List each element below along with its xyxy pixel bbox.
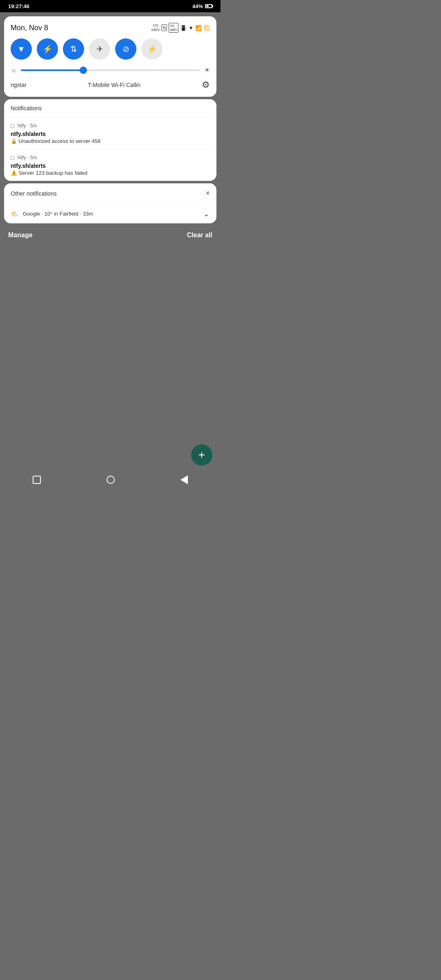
carrier-row: ngstar T-Mobile Wi-Fi Callin ⚙ <box>11 80 210 90</box>
notif-app-row-2: □ Ntfy · 5m <box>11 154 210 161</box>
nav-bar <box>0 470 220 490</box>
fab-icon: + <box>198 448 205 461</box>
home-icon <box>107 476 115 484</box>
toggle-bluetooth[interactable]: ⚡ <box>37 38 58 60</box>
network-speed: 131KB/S <box>151 23 160 32</box>
brightness-row: ☼ ☀ <box>11 66 210 74</box>
qs-toggles: ▼ ⚡ ⇅ ✈ ⊘ ⚡ <box>11 38 210 60</box>
ntfy-app-name-2: Ntfy · 5m <box>17 155 37 160</box>
toggle-data[interactable]: ⇅ <box>63 38 84 60</box>
notif-body-2: ⚠️ Server 123 backup has failed <box>11 170 210 176</box>
notif-app-row-1: □ Ntfy · 5m <box>11 122 210 129</box>
expand-notification-button[interactable]: ⌄ <box>203 209 210 218</box>
nav-home-button[interactable] <box>107 476 115 484</box>
time: 19:27:46 <box>8 3 29 9</box>
notifications-panel: Notifications □ Ntfy · 5m ntfy.sh/alerts… <box>4 99 216 181</box>
bluetooth-toggle-icon: ⚡ <box>42 44 53 54</box>
other-notif-item-text: Google · 10° in Fairfield · 33m <box>23 211 93 217</box>
nfc-icon: N <box>161 24 167 31</box>
toggle-airplane[interactable]: ✈ <box>89 38 110 60</box>
fab-button[interactable]: + <box>191 444 212 466</box>
flashlight-toggle-icon: ⚡ <box>147 44 157 54</box>
brightness-high-icon: ☀ <box>204 66 210 74</box>
clear-all-button[interactable]: Clear all <box>187 232 212 239</box>
signal-icon: 📶 <box>195 25 202 31</box>
other-notif-item-1[interactable]: ⛅ Google · 10° in Fairfield · 33m ⌄ <box>4 204 216 223</box>
toggle-wifi[interactable]: ▼ <box>11 38 32 60</box>
ntfy-app-icon-1: □ <box>11 122 14 129</box>
airplane-toggle-icon: ✈ <box>96 44 103 54</box>
brightness-thumb <box>80 67 87 74</box>
vowifi-icon: VoWiFi <box>169 23 178 33</box>
other-notifications-panel: Other notifications × ⛅ Google · 10° in … <box>4 183 216 223</box>
signal2-icon: 📶 <box>203 25 210 31</box>
notif-panel-header: Notifications <box>4 99 216 118</box>
data-toggle-icon: ⇅ <box>70 44 77 54</box>
carrier-left: ngstar <box>11 82 27 88</box>
nav-recents-button[interactable] <box>33 476 41 484</box>
status-right: 44% <box>192 3 212 9</box>
notification-item-1[interactable]: □ Ntfy · 5m ntfy.sh/alerts 🔒 Unauthorize… <box>4 118 216 149</box>
notification-item-2[interactable]: □ Ntfy · 5m ntfy.sh/alerts ⚠️ Server 123… <box>4 149 216 181</box>
qs-status-icons: 131KB/S N VoWiFi 📳 ▼ 📶 📶 <box>151 23 210 33</box>
ntfy-app-icon-2: □ <box>11 154 14 161</box>
wifi-toggle-icon: ▼ <box>17 45 25 54</box>
notif-title-2: ntfy.sh/alerts <box>11 163 210 169</box>
vibrate-icon: 📳 <box>180 25 187 31</box>
ntfy-app-name-1: Ntfy · 5m <box>17 123 37 129</box>
other-notif-title: Other notifications <box>11 190 57 197</box>
other-notif-item-left: ⛅ Google · 10° in Fairfield · 33m <box>11 210 93 218</box>
qs-date: Mon, Nov 8 <box>11 24 48 32</box>
qs-header: Mon, Nov 8 131KB/S N VoWiFi 📳 ▼ 📶 📶 <box>11 23 210 33</box>
other-notif-header: Other notifications × <box>4 183 216 204</box>
toggle-flashlight[interactable]: ⚡ <box>141 38 163 60</box>
back-icon <box>180 475 188 484</box>
manage-button[interactable]: Manage <box>8 232 33 239</box>
status-bar: 19:27:46 44% <box>0 0 220 12</box>
carrier-center: T-Mobile Wi-Fi Callin <box>88 82 140 88</box>
notif-title-1: ntfy.sh/alerts <box>11 131 210 137</box>
notif-body-1: 🔒 Unauthorized access to server 456 <box>11 138 210 144</box>
recents-icon <box>33 476 41 484</box>
bottom-actions: Manage Clear all <box>0 227 220 243</box>
toggle-rotation[interactable]: ⊘ <box>115 38 136 60</box>
wifi-icon: ▼ <box>188 25 194 31</box>
brightness-fill <box>21 69 84 71</box>
brightness-low-icon: ☼ <box>11 67 17 74</box>
settings-gear-icon[interactable]: ⚙ <box>202 80 210 90</box>
quick-settings-panel: Mon, Nov 8 131KB/S N VoWiFi 📳 ▼ 📶 📶 ▼ ⚡ … <box>4 16 216 97</box>
brightness-slider[interactable] <box>21 69 200 71</box>
battery-icon <box>205 4 212 8</box>
nav-back-button[interactable] <box>180 475 188 484</box>
rotation-toggle-icon: ⊘ <box>122 44 129 54</box>
cloud-icon: ⛅ <box>11 210 19 218</box>
battery-percent: 44% <box>192 3 203 9</box>
other-notif-close-button[interactable]: × <box>205 189 210 198</box>
